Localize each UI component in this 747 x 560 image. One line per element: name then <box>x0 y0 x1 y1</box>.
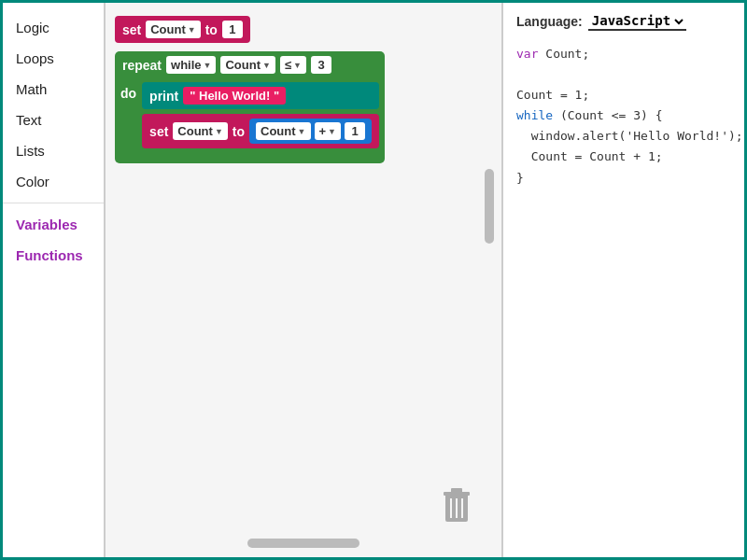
code-line-1: var Count; <box>516 44 731 64</box>
value-1b-input[interactable]: 1 <box>345 122 365 140</box>
blocks-area: set Count to 1 repeat while Count ≤ 3 do <box>106 3 501 557</box>
do-block: do print " Hello World! " set Count to <box>115 78 385 154</box>
repeat-label: repeat <box>122 58 162 73</box>
math-block[interactable]: Count + 1 <box>249 119 372 144</box>
sidebar: Logic Loops Math Text Lists Color Variab… <box>3 3 106 557</box>
to-label-1: to <box>205 22 218 37</box>
set-label-2: set <box>149 124 168 139</box>
vertical-scrollbar[interactable] <box>485 169 494 244</box>
sidebar-item-math[interactable]: Math <box>3 74 104 105</box>
code-panel: Language: JavaScript Python var Count; C… <box>501 3 744 557</box>
value-1-input[interactable]: 1 <box>222 21 243 38</box>
print-block[interactable]: print " Hello World! " <box>142 82 379 109</box>
loop-bottom-cap <box>115 154 385 163</box>
svg-rect-2 <box>451 488 462 493</box>
do-label: do <box>120 86 136 101</box>
count-dropdown-1[interactable]: Count <box>146 21 200 38</box>
sidebar-item-loops[interactable]: Loops <box>3 43 104 74</box>
value-3-input[interactable]: 3 <box>311 56 331 74</box>
trash-icon <box>440 484 473 525</box>
sidebar-item-text[interactable]: Text <box>3 105 104 135</box>
sidebar-item-lists[interactable]: Lists <box>3 135 104 166</box>
repeat-while-block[interactable]: repeat while Count ≤ 3 <box>115 51 385 78</box>
code-line-3: Count = 1; <box>516 85 731 105</box>
code-line-7: } <box>516 168 731 189</box>
count-dropdown-3[interactable]: Count <box>173 122 227 140</box>
count-dropdown-4[interactable]: Count <box>256 122 310 140</box>
sidebar-item-color[interactable]: Color <box>3 166 104 197</box>
horizontal-scrollbar[interactable] <box>247 539 359 548</box>
code-lines: var Count; Count = 1; while (Count <= 3)… <box>516 44 731 189</box>
code-line-5: window.alert('Hello World!'); <box>516 126 731 147</box>
do-inner: print " Hello World! " set Count to Coun… <box>142 82 379 148</box>
trash-container[interactable] <box>440 484 473 529</box>
lte-operator[interactable]: ≤ <box>280 56 306 74</box>
to-label-2: to <box>233 124 245 139</box>
count-dropdown-2[interactable]: Count <box>220 56 275 74</box>
code-line-blank <box>516 64 731 85</box>
sidebar-divider <box>3 203 104 203</box>
code-line-6: Count = Count + 1; <box>516 147 731 167</box>
sidebar-item-functions[interactable]: Functions <box>3 240 104 271</box>
code-panel-header: Language: JavaScript Python <box>516 12 731 31</box>
language-label: Language: <box>516 14 583 29</box>
set-count-block[interactable]: set Count to 1 <box>115 16 250 43</box>
set-label: set <box>122 22 141 37</box>
set-count-2-block[interactable]: set Count to Count + 1 <box>142 114 379 148</box>
sidebar-item-logic[interactable]: Logic <box>3 12 104 43</box>
code-line-4: while (Count <= 3) { <box>516 105 731 126</box>
loop-container: repeat while Count ≤ 3 do print " Hello … <box>115 51 385 163</box>
plus-operator[interactable]: + <box>315 122 342 140</box>
sidebar-item-variables[interactable]: Variables <box>3 209 104 240</box>
while-dropdown[interactable]: while <box>166 56 216 74</box>
print-label: print <box>149 89 178 104</box>
hello-world-string: " Hello World! " <box>183 87 286 105</box>
language-select[interactable]: JavaScript Python <box>588 12 686 31</box>
